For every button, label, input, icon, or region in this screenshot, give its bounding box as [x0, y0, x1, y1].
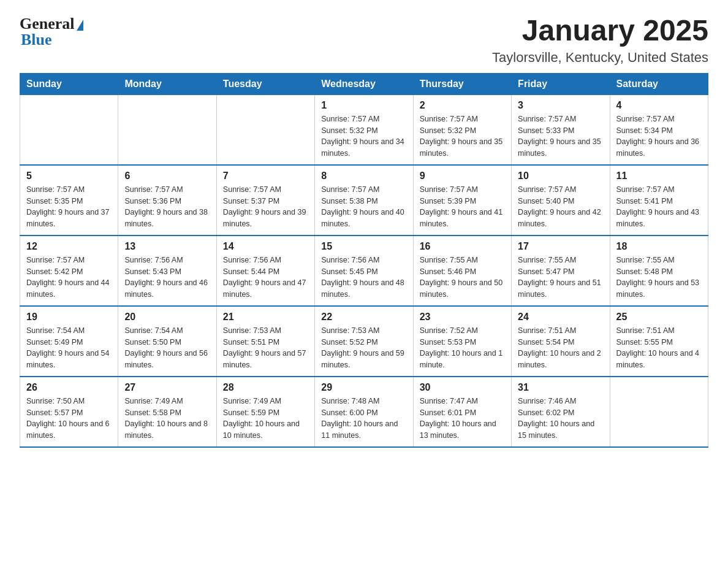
day-cell-16: 16Sunrise: 7:55 AMSunset: 5:46 PMDayligh…: [413, 236, 511, 306]
day-cell-19: 19Sunrise: 7:54 AMSunset: 5:49 PMDayligh…: [20, 306, 118, 377]
day-number: 3: [518, 100, 603, 111]
day-info: Sunrise: 7:51 AMSunset: 5:55 PMDaylight:…: [616, 325, 702, 371]
day-cell-10: 10Sunrise: 7:57 AMSunset: 5:40 PMDayligh…: [512, 165, 610, 236]
day-number: 5: [26, 170, 112, 182]
day-number: 21: [223, 312, 308, 323]
day-number: 13: [124, 241, 210, 252]
day-info: Sunrise: 7:57 AMSunset: 5:38 PMDaylight:…: [321, 184, 406, 230]
title-block: January 2025 Taylorsville, Kentucky, Uni…: [492, 15, 708, 66]
day-cell-11: 11Sunrise: 7:57 AMSunset: 5:41 PMDayligh…: [610, 165, 708, 236]
day-header-thursday: Thursday: [413, 73, 511, 94]
day-cell-15: 15Sunrise: 7:56 AMSunset: 5:45 PMDayligh…: [315, 236, 413, 306]
day-info: Sunrise: 7:53 AMSunset: 5:51 PMDaylight:…: [223, 325, 308, 371]
day-cell-18: 18Sunrise: 7:55 AMSunset: 5:48 PMDayligh…: [610, 236, 708, 306]
day-number: 27: [124, 382, 210, 393]
header: General Blue January 2025 Taylorsville, …: [20, 15, 708, 66]
day-number: 17: [518, 241, 603, 252]
day-number: 8: [321, 170, 406, 182]
day-number: 29: [321, 382, 406, 393]
day-number: 6: [124, 170, 210, 182]
day-info: Sunrise: 7:57 AMSunset: 5:37 PMDaylight:…: [223, 184, 308, 230]
day-cell-24: 24Sunrise: 7:51 AMSunset: 5:54 PMDayligh…: [512, 306, 610, 377]
main-title: January 2025: [492, 15, 708, 47]
day-info: Sunrise: 7:46 AMSunset: 6:02 PMDaylight:…: [518, 396, 603, 442]
day-cell-9: 9Sunrise: 7:57 AMSunset: 5:39 PMDaylight…: [413, 165, 511, 236]
day-cell-1: 1Sunrise: 7:57 AMSunset: 5:32 PMDaylight…: [315, 94, 413, 165]
day-cell-2: 2Sunrise: 7:57 AMSunset: 5:32 PMDaylight…: [413, 94, 511, 165]
day-number: 22: [321, 312, 406, 323]
day-number: 20: [124, 312, 210, 323]
day-info: Sunrise: 7:55 AMSunset: 5:46 PMDaylight:…: [420, 255, 505, 301]
day-number: 11: [616, 170, 702, 182]
day-cell-26: 26Sunrise: 7:50 AMSunset: 5:57 PMDayligh…: [20, 377, 118, 447]
day-info: Sunrise: 7:55 AMSunset: 5:47 PMDaylight:…: [518, 255, 603, 301]
day-info: Sunrise: 7:54 AMSunset: 5:49 PMDaylight:…: [26, 325, 112, 371]
day-info: Sunrise: 7:57 AMSunset: 5:40 PMDaylight:…: [518, 184, 603, 230]
day-number: 31: [518, 382, 603, 393]
day-number: 16: [420, 241, 505, 252]
day-number: 18: [616, 241, 702, 252]
day-info: Sunrise: 7:52 AMSunset: 5:53 PMDaylight:…: [420, 325, 505, 371]
day-cell-27: 27Sunrise: 7:49 AMSunset: 5:58 PMDayligh…: [118, 377, 216, 447]
day-cell-30: 30Sunrise: 7:47 AMSunset: 6:01 PMDayligh…: [413, 377, 511, 447]
day-info: Sunrise: 7:57 AMSunset: 5:39 PMDaylight:…: [420, 184, 505, 230]
day-info: Sunrise: 7:57 AMSunset: 5:34 PMDaylight:…: [616, 113, 702, 159]
day-info: Sunrise: 7:56 AMSunset: 5:45 PMDaylight:…: [321, 255, 406, 301]
calendar-header-row: SundayMondayTuesdayWednesdayThursdayFrid…: [20, 73, 708, 94]
day-number: 9: [420, 170, 505, 182]
day-number: 24: [518, 312, 603, 323]
day-header-saturday: Saturday: [610, 73, 708, 94]
day-cell-25: 25Sunrise: 7:51 AMSunset: 5:55 PMDayligh…: [610, 306, 708, 377]
day-cell-28: 28Sunrise: 7:49 AMSunset: 5:59 PMDayligh…: [216, 377, 314, 447]
day-number: 19: [26, 312, 112, 323]
day-number: 30: [420, 382, 505, 393]
empty-cell: [610, 377, 708, 447]
day-number: 26: [26, 382, 112, 393]
day-header-sunday: Sunday: [20, 73, 118, 94]
day-info: Sunrise: 7:57 AMSunset: 5:33 PMDaylight:…: [518, 113, 603, 159]
week-row-5: 26Sunrise: 7:50 AMSunset: 5:57 PMDayligh…: [20, 377, 708, 447]
day-info: Sunrise: 7:53 AMSunset: 5:52 PMDaylight:…: [321, 325, 406, 371]
day-cell-12: 12Sunrise: 7:57 AMSunset: 5:42 PMDayligh…: [20, 236, 118, 306]
day-header-tuesday: Tuesday: [216, 73, 314, 94]
day-number: 10: [518, 170, 603, 182]
subtitle: Taylorsville, Kentucky, United States: [492, 50, 708, 66]
day-number: 15: [321, 241, 406, 252]
empty-cell: [20, 94, 118, 165]
day-info: Sunrise: 7:55 AMSunset: 5:48 PMDaylight:…: [616, 255, 702, 301]
day-cell-29: 29Sunrise: 7:48 AMSunset: 6:00 PMDayligh…: [315, 377, 413, 447]
day-info: Sunrise: 7:57 AMSunset: 5:32 PMDaylight:…: [321, 113, 406, 159]
logo: General Blue: [20, 15, 83, 49]
day-cell-31: 31Sunrise: 7:46 AMSunset: 6:02 PMDayligh…: [512, 377, 610, 447]
day-info: Sunrise: 7:56 AMSunset: 5:44 PMDaylight:…: [223, 255, 308, 301]
day-number: 1: [321, 100, 406, 111]
logo-triangle-icon: [77, 20, 83, 31]
week-row-3: 12Sunrise: 7:57 AMSunset: 5:42 PMDayligh…: [20, 236, 708, 306]
day-cell-23: 23Sunrise: 7:52 AMSunset: 5:53 PMDayligh…: [413, 306, 511, 377]
day-cell-3: 3Sunrise: 7:57 AMSunset: 5:33 PMDaylight…: [512, 94, 610, 165]
day-info: Sunrise: 7:48 AMSunset: 6:00 PMDaylight:…: [321, 396, 406, 442]
day-info: Sunrise: 7:57 AMSunset: 5:35 PMDaylight:…: [26, 184, 112, 230]
day-info: Sunrise: 7:54 AMSunset: 5:50 PMDaylight:…: [124, 325, 210, 371]
day-number: 4: [616, 100, 702, 111]
day-cell-6: 6Sunrise: 7:57 AMSunset: 5:36 PMDaylight…: [118, 165, 216, 236]
day-info: Sunrise: 7:57 AMSunset: 5:42 PMDaylight:…: [26, 255, 112, 301]
day-cell-22: 22Sunrise: 7:53 AMSunset: 5:52 PMDayligh…: [315, 306, 413, 377]
day-cell-21: 21Sunrise: 7:53 AMSunset: 5:51 PMDayligh…: [216, 306, 314, 377]
day-cell-7: 7Sunrise: 7:57 AMSunset: 5:37 PMDaylight…: [216, 165, 314, 236]
day-cell-5: 5Sunrise: 7:57 AMSunset: 5:35 PMDaylight…: [20, 165, 118, 236]
logo-blue-text: Blue: [21, 31, 52, 49]
day-number: 7: [223, 170, 308, 182]
week-row-4: 19Sunrise: 7:54 AMSunset: 5:49 PMDayligh…: [20, 306, 708, 377]
day-info: Sunrise: 7:57 AMSunset: 5:36 PMDaylight:…: [124, 184, 210, 230]
empty-cell: [216, 94, 314, 165]
day-number: 12: [26, 241, 112, 252]
day-info: Sunrise: 7:51 AMSunset: 5:54 PMDaylight:…: [518, 325, 603, 371]
day-info: Sunrise: 7:47 AMSunset: 6:01 PMDaylight:…: [420, 396, 505, 442]
day-header-friday: Friday: [512, 73, 610, 94]
day-header-monday: Monday: [118, 73, 216, 94]
day-info: Sunrise: 7:49 AMSunset: 5:59 PMDaylight:…: [223, 396, 308, 442]
calendar: SundayMondayTuesdayWednesdayThursdayFrid…: [20, 73, 708, 448]
week-row-1: 1Sunrise: 7:57 AMSunset: 5:32 PMDaylight…: [20, 94, 708, 165]
day-number: 28: [223, 382, 308, 393]
